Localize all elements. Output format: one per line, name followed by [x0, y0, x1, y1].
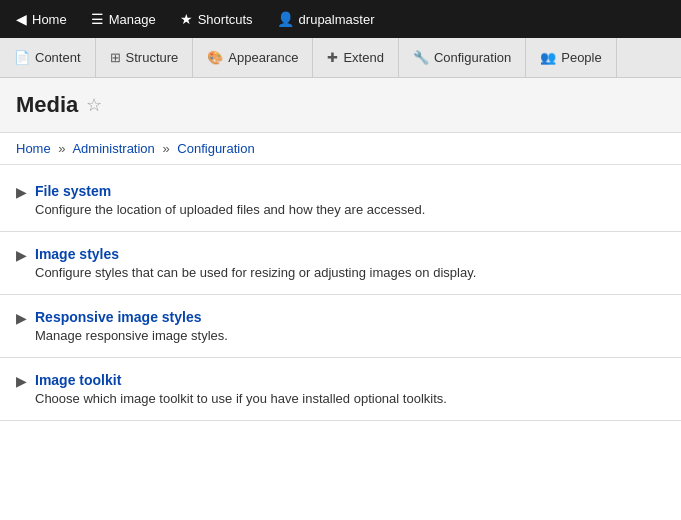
nav-content-label: Content	[35, 50, 81, 65]
section-responsive-image-styles-title[interactable]: Responsive image styles	[35, 309, 202, 325]
nav-structure[interactable]: ⊞ Structure	[96, 38, 194, 78]
admin-bar-user-label: drupalmaster	[299, 12, 375, 27]
section-image-toolkit-content: Image toolkit Choose which image toolkit…	[35, 372, 665, 406]
nav-configuration[interactable]: 🔧 Configuration	[399, 38, 526, 78]
section-image-styles-desc: Configure styles that can be used for re…	[35, 265, 665, 280]
section-image-styles: ▶ Image styles Configure styles that can…	[0, 232, 681, 295]
admin-bar-shortcuts[interactable]: ★ Shortcuts	[168, 0, 265, 38]
breadcrumb-sep1: »	[58, 141, 65, 156]
nav-extend-label: Extend	[343, 50, 383, 65]
structure-icon: ⊞	[110, 50, 121, 65]
section-arrow-icon: ▶	[16, 310, 27, 326]
admin-bar-user[interactable]: 👤 drupalmaster	[265, 0, 387, 38]
nav-people[interactable]: 👥 People	[526, 38, 616, 78]
section-image-toolkit-desc: Choose which image toolkit to use if you…	[35, 391, 665, 406]
section-file-system-content: File system Configure the location of up…	[35, 183, 665, 217]
nav-content[interactable]: 📄 Content	[0, 38, 96, 78]
nav-extend[interactable]: ✚ Extend	[313, 38, 398, 78]
page-title: Media	[16, 92, 78, 118]
nav-structure-label: Structure	[126, 50, 179, 65]
section-image-styles-content: Image styles Configure styles that can b…	[35, 246, 665, 280]
admin-bar-home[interactable]: ◀ Home	[4, 0, 79, 38]
section-arrow-icon: ▶	[16, 184, 27, 200]
section-image-toolkit: ▶ Image toolkit Choose which image toolk…	[0, 358, 681, 421]
section-arrow-icon: ▶	[16, 247, 27, 263]
section-image-toolkit-title[interactable]: Image toolkit	[35, 372, 121, 388]
breadcrumb-config[interactable]: Configuration	[177, 141, 254, 156]
section-image-styles-title[interactable]: Image styles	[35, 246, 119, 262]
manage-icon: ☰	[91, 11, 104, 27]
content-icon: 📄	[14, 50, 30, 65]
nav-appearance[interactable]: 🎨 Appearance	[193, 38, 313, 78]
page-header: Media ☆	[0, 78, 681, 133]
content-area: ▶ File system Configure the location of …	[0, 165, 681, 425]
nav-configuration-label: Configuration	[434, 50, 511, 65]
section-arrow-icon: ▶	[16, 373, 27, 389]
section-file-system-title[interactable]: File system	[35, 183, 111, 199]
people-icon: 👥	[540, 50, 556, 65]
section-responsive-image-styles: ▶ Responsive image styles Manage respons…	[0, 295, 681, 358]
nav-people-label: People	[561, 50, 601, 65]
section-file-system-desc: Configure the location of uploaded files…	[35, 202, 665, 217]
breadcrumb-admin[interactable]: Administration	[72, 141, 154, 156]
admin-bar: ◀ Home ☰ Manage ★ Shortcuts 👤 drupalmast…	[0, 0, 681, 38]
breadcrumb-sep2: »	[162, 141, 169, 156]
admin-bar-shortcuts-label: Shortcuts	[198, 12, 253, 27]
breadcrumb: Home » Administration » Configuration	[0, 133, 681, 165]
admin-bar-manage[interactable]: ☰ Manage	[79, 0, 168, 38]
secondary-nav: 📄 Content ⊞ Structure 🎨 Appearance ✚ Ext…	[0, 38, 681, 78]
section-file-system: ▶ File system Configure the location of …	[0, 169, 681, 232]
user-icon: 👤	[277, 11, 294, 27]
admin-bar-home-label: Home	[32, 12, 67, 27]
section-responsive-image-styles-desc: Manage responsive image styles.	[35, 328, 665, 343]
configuration-icon: 🔧	[413, 50, 429, 65]
appearance-icon: 🎨	[207, 50, 223, 65]
breadcrumb-home[interactable]: Home	[16, 141, 51, 156]
shortcuts-icon: ★	[180, 11, 193, 27]
home-icon: ◀	[16, 11, 27, 27]
nav-appearance-label: Appearance	[228, 50, 298, 65]
admin-bar-manage-label: Manage	[109, 12, 156, 27]
section-responsive-image-styles-content: Responsive image styles Manage responsiv…	[35, 309, 665, 343]
extend-icon: ✚	[327, 50, 338, 65]
favorite-star-icon[interactable]: ☆	[86, 94, 102, 116]
